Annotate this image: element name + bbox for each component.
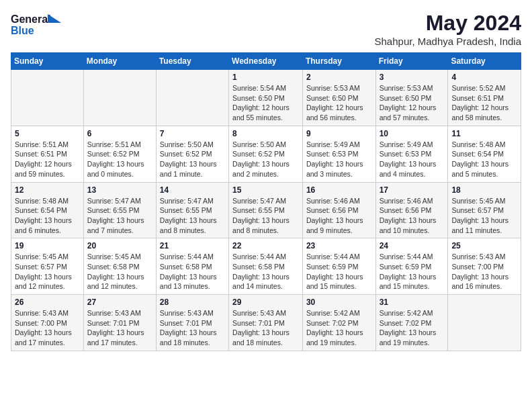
day-info: Sunrise: 5:45 AM Sunset: 6:57 PM Dayligh… bbox=[451, 196, 517, 236]
weekday-header-friday: Friday bbox=[375, 53, 448, 70]
day-cell-16: 16Sunrise: 5:46 AM Sunset: 6:56 PM Dayli… bbox=[302, 182, 375, 238]
day-cell-20: 20Sunrise: 5:45 AM Sunset: 6:58 PM Dayli… bbox=[83, 238, 156, 295]
day-cell-4: 4Sunrise: 5:52 AM Sunset: 6:51 PM Daylig… bbox=[448, 70, 521, 126]
day-info: Sunrise: 5:48 AM Sunset: 6:54 PM Dayligh… bbox=[15, 196, 80, 236]
day-cell-7: 7Sunrise: 5:50 AM Sunset: 6:52 PM Daylig… bbox=[156, 126, 228, 182]
day-number: 13 bbox=[87, 185, 152, 195]
day-number: 19 bbox=[15, 241, 80, 250]
day-info: Sunrise: 5:44 AM Sunset: 6:59 PM Dayligh… bbox=[306, 252, 372, 291]
day-number: 10 bbox=[380, 129, 445, 138]
day-number: 14 bbox=[160, 185, 225, 195]
empty-cell bbox=[83, 70, 156, 126]
day-info: Sunrise: 5:42 AM Sunset: 7:02 PM Dayligh… bbox=[306, 308, 372, 348]
svg-text:Blue: Blue bbox=[11, 25, 34, 36]
day-number: 24 bbox=[380, 241, 445, 250]
day-info: Sunrise: 5:53 AM Sunset: 6:50 PM Dayligh… bbox=[306, 83, 372, 123]
day-number: 9 bbox=[306, 129, 372, 138]
day-cell-22: 22Sunrise: 5:44 AM Sunset: 6:58 PM Dayli… bbox=[229, 238, 303, 295]
svg-text:General: General bbox=[11, 13, 51, 25]
day-info: Sunrise: 5:45 AM Sunset: 6:57 PM Dayligh… bbox=[15, 252, 80, 291]
day-info: Sunrise: 5:47 AM Sunset: 6:55 PM Dayligh… bbox=[87, 196, 152, 236]
day-number: 5 bbox=[15, 129, 80, 138]
day-number: 7 bbox=[160, 129, 225, 138]
day-number: 4 bbox=[451, 73, 517, 82]
day-number: 16 bbox=[306, 185, 372, 195]
weekday-header-sunday: Sunday bbox=[11, 53, 84, 70]
day-number: 23 bbox=[306, 241, 372, 250]
day-info: Sunrise: 5:49 AM Sunset: 6:53 PM Dayligh… bbox=[306, 140, 372, 179]
day-info: Sunrise: 5:54 AM Sunset: 6:50 PM Dayligh… bbox=[232, 83, 299, 123]
day-info: Sunrise: 5:43 AM Sunset: 7:01 PM Dayligh… bbox=[87, 308, 152, 348]
day-cell-28: 28Sunrise: 5:43 AM Sunset: 7:01 PM Dayli… bbox=[156, 295, 228, 351]
day-number: 6 bbox=[87, 129, 152, 138]
day-cell-24: 24Sunrise: 5:44 AM Sunset: 6:59 PM Dayli… bbox=[375, 238, 448, 295]
day-info: Sunrise: 5:47 AM Sunset: 6:55 PM Dayligh… bbox=[232, 196, 299, 236]
logo: GeneralBlue bbox=[11, 11, 64, 38]
day-cell-8: 8Sunrise: 5:50 AM Sunset: 6:52 PM Daylig… bbox=[229, 126, 303, 182]
day-number: 25 bbox=[451, 241, 517, 250]
day-cell-13: 13Sunrise: 5:47 AM Sunset: 6:55 PM Dayli… bbox=[83, 182, 156, 238]
day-number: 30 bbox=[306, 298, 372, 307]
day-cell-5: 5Sunrise: 5:51 AM Sunset: 6:51 PM Daylig… bbox=[11, 126, 84, 182]
location: Shahpur, Madhya Pradesh, India bbox=[375, 36, 521, 47]
day-info: Sunrise: 5:42 AM Sunset: 7:02 PM Dayligh… bbox=[380, 308, 445, 348]
day-cell-30: 30Sunrise: 5:42 AM Sunset: 7:02 PM Dayli… bbox=[302, 295, 375, 351]
day-cell-10: 10Sunrise: 5:49 AM Sunset: 6:53 PM Dayli… bbox=[375, 126, 448, 182]
day-info: Sunrise: 5:52 AM Sunset: 6:51 PM Dayligh… bbox=[451, 83, 517, 123]
weekday-header-monday: Monday bbox=[83, 53, 156, 70]
day-cell-15: 15Sunrise: 5:47 AM Sunset: 6:55 PM Dayli… bbox=[229, 182, 303, 238]
weekday-header-thursday: Thursday bbox=[302, 53, 375, 70]
month-year: May 2024 bbox=[375, 11, 521, 36]
logo-svg: GeneralBlue bbox=[11, 11, 64, 38]
day-number: 1 bbox=[232, 73, 299, 82]
weekday-header-tuesday: Tuesday bbox=[156, 53, 228, 70]
day-number: 17 bbox=[380, 185, 445, 195]
day-number: 20 bbox=[87, 241, 152, 250]
day-number: 29 bbox=[232, 298, 299, 307]
day-cell-9: 9Sunrise: 5:49 AM Sunset: 6:53 PM Daylig… bbox=[302, 126, 375, 182]
day-info: Sunrise: 5:49 AM Sunset: 6:53 PM Dayligh… bbox=[380, 140, 445, 179]
title-block: May 2024 Shahpur, Madhya Pradesh, India bbox=[375, 11, 521, 47]
day-info: Sunrise: 5:47 AM Sunset: 6:55 PM Dayligh… bbox=[160, 196, 225, 236]
day-number: 27 bbox=[87, 298, 152, 307]
day-info: Sunrise: 5:45 AM Sunset: 6:58 PM Dayligh… bbox=[87, 252, 152, 291]
day-cell-27: 27Sunrise: 5:43 AM Sunset: 7:01 PM Dayli… bbox=[83, 295, 156, 351]
svg-marker-2 bbox=[48, 14, 61, 23]
day-cell-26: 26Sunrise: 5:43 AM Sunset: 7:00 PM Dayli… bbox=[11, 295, 84, 351]
day-cell-18: 18Sunrise: 5:45 AM Sunset: 6:57 PM Dayli… bbox=[448, 182, 521, 238]
day-info: Sunrise: 5:44 AM Sunset: 6:59 PM Dayligh… bbox=[380, 252, 445, 291]
page-header: GeneralBlue May 2024 Shahpur, Madhya Pra… bbox=[11, 11, 521, 47]
day-info: Sunrise: 5:44 AM Sunset: 6:58 PM Dayligh… bbox=[232, 252, 299, 291]
day-cell-2: 2Sunrise: 5:53 AM Sunset: 6:50 PM Daylig… bbox=[302, 70, 375, 126]
day-cell-17: 17Sunrise: 5:46 AM Sunset: 6:56 PM Dayli… bbox=[375, 182, 448, 238]
day-cell-19: 19Sunrise: 5:45 AM Sunset: 6:57 PM Dayli… bbox=[11, 238, 84, 295]
day-number: 11 bbox=[451, 129, 517, 138]
weekday-header-saturday: Saturday bbox=[448, 53, 521, 70]
day-cell-11: 11Sunrise: 5:48 AM Sunset: 6:54 PM Dayli… bbox=[448, 126, 521, 182]
day-number: 21 bbox=[160, 241, 225, 250]
day-info: Sunrise: 5:50 AM Sunset: 6:52 PM Dayligh… bbox=[232, 140, 299, 179]
day-cell-21: 21Sunrise: 5:44 AM Sunset: 6:58 PM Dayli… bbox=[156, 238, 228, 295]
day-info: Sunrise: 5:51 AM Sunset: 6:51 PM Dayligh… bbox=[15, 140, 80, 179]
day-number: 2 bbox=[306, 73, 372, 82]
day-cell-29: 29Sunrise: 5:43 AM Sunset: 7:01 PM Dayli… bbox=[229, 295, 303, 351]
week-row-1: 1Sunrise: 5:54 AM Sunset: 6:50 PM Daylig… bbox=[11, 70, 521, 126]
day-cell-12: 12Sunrise: 5:48 AM Sunset: 6:54 PM Dayli… bbox=[11, 182, 84, 238]
week-row-2: 5Sunrise: 5:51 AM Sunset: 6:51 PM Daylig… bbox=[11, 126, 521, 182]
day-number: 26 bbox=[15, 298, 80, 307]
day-number: 8 bbox=[232, 129, 299, 138]
empty-cell bbox=[448, 295, 521, 351]
week-row-4: 19Sunrise: 5:45 AM Sunset: 6:57 PM Dayli… bbox=[11, 238, 521, 295]
day-info: Sunrise: 5:43 AM Sunset: 7:01 PM Dayligh… bbox=[232, 308, 299, 348]
day-number: 22 bbox=[232, 241, 299, 250]
day-cell-3: 3Sunrise: 5:53 AM Sunset: 6:50 PM Daylig… bbox=[375, 70, 448, 126]
calendar-table: SundayMondayTuesdayWednesdayThursdayFrid… bbox=[11, 52, 521, 351]
day-cell-6: 6Sunrise: 5:51 AM Sunset: 6:52 PM Daylig… bbox=[83, 126, 156, 182]
day-number: 18 bbox=[451, 185, 517, 195]
week-row-3: 12Sunrise: 5:48 AM Sunset: 6:54 PM Dayli… bbox=[11, 182, 521, 238]
day-info: Sunrise: 5:51 AM Sunset: 6:52 PM Dayligh… bbox=[87, 140, 152, 179]
weekday-header-row: SundayMondayTuesdayWednesdayThursdayFrid… bbox=[11, 53, 521, 70]
day-cell-1: 1Sunrise: 5:54 AM Sunset: 6:50 PM Daylig… bbox=[229, 70, 303, 126]
day-info: Sunrise: 5:43 AM Sunset: 7:00 PM Dayligh… bbox=[451, 252, 517, 291]
day-cell-23: 23Sunrise: 5:44 AM Sunset: 6:59 PM Dayli… bbox=[302, 238, 375, 295]
